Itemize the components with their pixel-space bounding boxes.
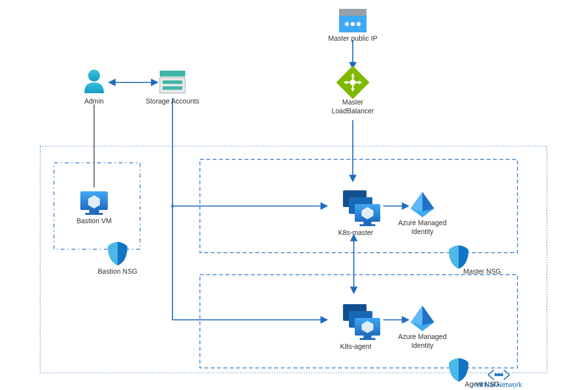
managed-identity-agent-icon — [411, 306, 434, 331]
svg-point-1 — [88, 70, 100, 81]
agent-identity-label: Azure ManagedIdentity — [383, 333, 462, 350]
edge-storage-agent — [172, 206, 327, 320]
diagram-canvas: Admin Storage Accounts Master public IP … — [0, 0, 588, 390]
svg-point-27 — [497, 373, 500, 376]
bastion-vm-label: Bastion VM — [55, 217, 133, 226]
svg-rect-6 — [339, 9, 367, 16]
admin-label: Admin — [55, 97, 133, 106]
svg-rect-3 — [160, 78, 185, 93]
bastion-nsg-shield-icon — [108, 242, 127, 265]
public-ip-icon — [339, 9, 367, 32]
load-balancer-label: MasterLoadBalancer — [314, 98, 392, 115]
svg-point-10 — [357, 22, 361, 26]
svg-point-12 — [350, 79, 356, 85]
svg-point-26 — [494, 373, 497, 376]
svg-point-8 — [345, 22, 349, 26]
svg-rect-20 — [360, 224, 375, 226]
public-ip-label: Master public IP — [314, 34, 392, 43]
admin-user-icon — [84, 70, 104, 93]
virtual-network-label: Virtual Network — [460, 381, 538, 390]
agent-nsg-shield-icon — [449, 358, 468, 382]
svg-point-9 — [351, 22, 355, 26]
svg-rect-15 — [85, 213, 103, 215]
master-identity-label: Azure ManagedIdentity — [383, 219, 462, 236]
master-nsg-shield-icon — [449, 245, 468, 269]
bastion-nsg-label: Bastion NSG — [78, 267, 157, 276]
diagram-svg — [0, 0, 588, 390]
svg-rect-4 — [163, 80, 182, 84]
svg-point-28 — [500, 373, 503, 376]
virtual-network-icon — [488, 370, 510, 380]
bastion-vm-icon — [80, 191, 108, 215]
svg-rect-19 — [364, 222, 371, 224]
storage-accounts-label: Storage Accounts — [133, 97, 212, 106]
svg-rect-24 — [364, 336, 371, 338]
master-nsg-label: Master NSG — [443, 267, 521, 276]
k8s-master-vm-stack-icon — [343, 190, 380, 226]
svg-rect-2 — [160, 71, 185, 77]
svg-rect-25 — [360, 338, 375, 340]
load-balancer-icon — [336, 66, 369, 99]
svg-rect-5 — [163, 86, 182, 90]
managed-identity-master-icon — [411, 192, 434, 217]
svg-rect-14 — [89, 210, 99, 213]
k8s-agent-vm-stack-icon — [343, 304, 380, 340]
edge-storage-master — [172, 98, 327, 206]
storage-accounts-icon — [160, 71, 185, 93]
